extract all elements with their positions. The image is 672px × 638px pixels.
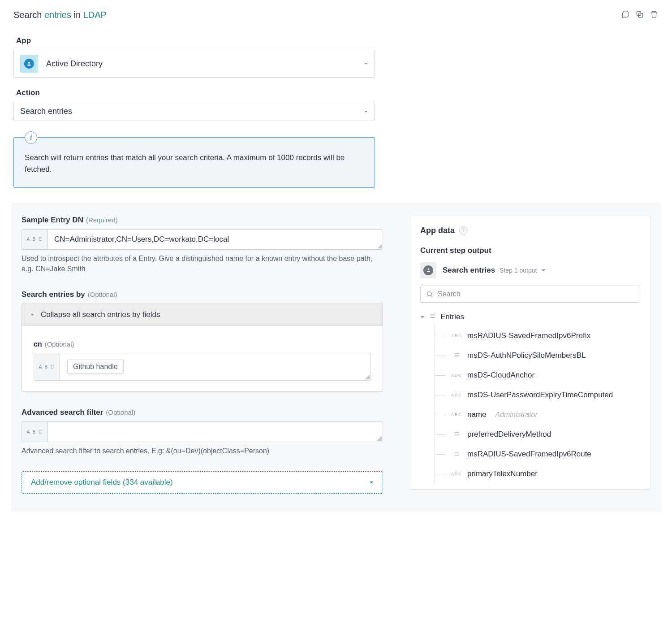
cn-pill[interactable]: Github handle (67, 360, 124, 374)
adv-filter-help: Advanced search filter to search entries… (22, 446, 383, 456)
tree-item-label: name (467, 410, 487, 419)
tree-item-label: msDS-UserPasswordExpiryTimeComputed (467, 391, 613, 399)
abc-type-icon: ABC (451, 412, 462, 417)
help-icon[interactable]: ? (459, 226, 467, 234)
tree-item[interactable]: ABCmsDS-CloudAnchor (435, 365, 640, 385)
chevron-down-icon (30, 310, 34, 319)
cn-input-wrap: A B C Github handle (34, 353, 371, 381)
search-icon (426, 291, 433, 298)
collapse-toggle[interactable]: Collapse all search entries by fields (22, 304, 383, 326)
copy-icon[interactable] (635, 10, 644, 20)
action-select[interactable]: Search entries (13, 102, 375, 121)
trash-icon[interactable] (650, 10, 659, 20)
step-icon (420, 262, 436, 278)
panel-search-input[interactable] (438, 290, 634, 298)
cn-input[interactable]: Github handle (60, 353, 370, 380)
step-sub: Step 1 output (500, 267, 537, 274)
tree-item-label: msRADIUS-SavedFramedIpv6Prefix (467, 331, 590, 340)
tree-item[interactable]: preferredDeliveryMethod (435, 425, 640, 444)
app-icon (20, 55, 38, 73)
title-entries: entries (44, 10, 71, 20)
add-remove-fields[interactable]: Add/remove optional fields (334 availabl… (22, 471, 383, 494)
chevron-down-icon (420, 312, 425, 321)
tree-item[interactable]: ABCmsRADIUS-SavedFramedIpv6Prefix (435, 326, 640, 346)
list-icon (451, 451, 462, 457)
tree-item[interactable]: msRADIUS-SavedFramedIpv6Route (435, 444, 640, 464)
caret-down-icon (369, 478, 374, 487)
sample-dn-help: Used to introspect the attributes of a E… (22, 253, 383, 274)
abc-type-icon: ABC (451, 334, 462, 338)
tree-root[interactable]: Entries (420, 311, 640, 323)
chevron-down-icon (364, 60, 368, 67)
tree-root-label: Entries (440, 312, 464, 321)
app-select[interactable]: Active Directory (13, 50, 375, 78)
tree-item-label: msDS-AuthNPolicySiloMembersBL (467, 351, 586, 360)
svg-point-3 (427, 269, 429, 270)
abc-type-icon: ABC (451, 373, 462, 378)
abc-type-icon: A B C (22, 230, 48, 249)
sample-dn-input[interactable]: CN=Administrator,CN=Users,DC=workato,DC=… (48, 230, 383, 249)
adv-filter-input[interactable] (48, 422, 383, 442)
tree-item[interactable]: ABCnameAdministrator (435, 405, 640, 425)
info-icon: i (25, 131, 37, 144)
adv-filter-label: Advanced search filter(Optional) (22, 408, 383, 417)
cn-label: cn(Optional) (34, 340, 371, 348)
info-text: Search will return entries that match al… (25, 152, 364, 176)
tree-item-label: msRADIUS-SavedFramedIpv6Route (467, 450, 591, 459)
page-title: Search entries in LDAP (13, 10, 107, 20)
panel-title: App data ? (420, 226, 640, 235)
tree-item-suffix: Administrator (495, 411, 538, 419)
step-title: Search entries (443, 266, 495, 274)
action-select-value: Search entries (20, 107, 364, 116)
step-output-row[interactable]: Search entries Step 1 output (420, 262, 640, 278)
adv-filter-input-wrap: A B C (22, 421, 383, 442)
panel-search-wrap (420, 286, 640, 303)
svg-point-2 (28, 62, 30, 64)
sample-dn-label: Sample Entry DN(Required) (22, 216, 383, 225)
title-ldap: LDAP (83, 10, 107, 20)
list-icon (429, 312, 436, 321)
search-by-label: Search entries by(Optional) (22, 290, 383, 299)
tree-item[interactable]: ABCmsDS-UserPasswordExpiryTimeComputed (435, 385, 640, 405)
abc-type-icon: ABC (451, 393, 462, 397)
chevron-down-icon (541, 267, 546, 274)
action-label: Action (16, 88, 659, 97)
tree-item[interactable]: ABCprimaryTelexNumber (435, 464, 640, 484)
title-in: in (74, 10, 81, 20)
chevron-down-icon (364, 108, 368, 115)
info-card: i Search will return entries that match … (13, 137, 375, 188)
tree-item-label: preferredDeliveryMethod (467, 430, 551, 439)
svg-point-4 (427, 291, 431, 295)
abc-type-icon: ABC (451, 472, 462, 476)
tree-item-label: msDS-CloudAnchor (467, 371, 534, 380)
title-prefix: Search (13, 10, 42, 20)
sample-dn-input-wrap: A B C CN=Administrator,CN=Users,DC=worka… (22, 229, 383, 250)
app-data-panel: App data ? Current step output Search en… (410, 216, 650, 490)
tree-item-label: primaryTelexNumber (467, 469, 538, 478)
abc-type-icon: A B C (22, 422, 48, 442)
tree: Entries ABCmsRADIUS-SavedFramedIpv6Prefi… (420, 311, 640, 484)
tree-item[interactable]: msDS-AuthNPolicySiloMembersBL (435, 346, 640, 365)
panel-subhead: Current step output (420, 246, 640, 255)
comment-icon[interactable] (621, 10, 630, 20)
list-icon (451, 352, 462, 359)
app-label: App (16, 36, 659, 45)
abc-type-icon: A B C (34, 353, 60, 380)
list-icon (451, 431, 462, 438)
app-select-value: Active Directory (46, 59, 364, 69)
